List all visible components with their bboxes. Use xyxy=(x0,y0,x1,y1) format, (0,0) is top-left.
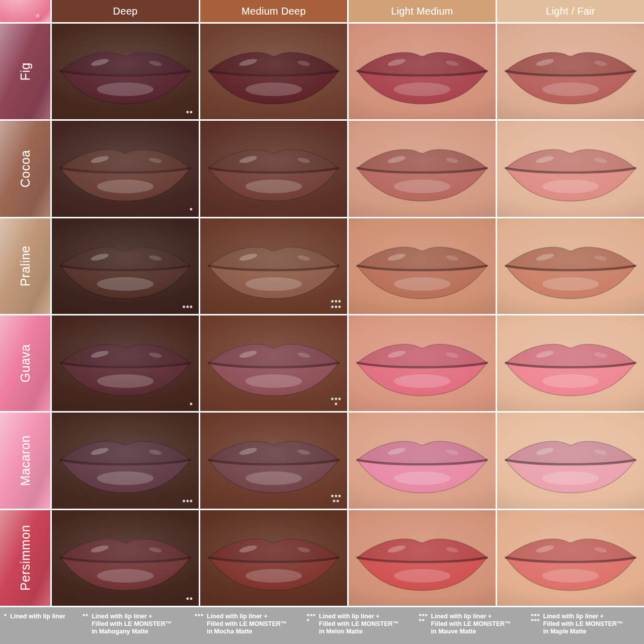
legend-item: *** *Lined with lip liner + Filled with … xyxy=(307,613,417,635)
lip-shade-swatch-chart: DeepMedium DeepLight MediumLight / FairF… xyxy=(0,0,644,644)
lip-swatch-photo xyxy=(497,218,644,314)
lip-swatch-photo xyxy=(200,510,347,606)
application-note-marker: *** xyxy=(183,305,193,310)
column-header-deep: Deep xyxy=(52,0,199,22)
legend-marker: *** xyxy=(195,613,204,635)
shade-name-label: Macaron xyxy=(18,435,33,486)
legend-text: Lined with lip liner + Filled with LE MO… xyxy=(319,613,399,635)
lip-swatch-photo xyxy=(52,121,199,216)
swatch-cell-fig-deep: ** xyxy=(52,24,199,119)
shade-name-label: Fig xyxy=(18,62,33,80)
legend-marker: *** ** xyxy=(419,613,428,635)
application-note-marker: ** xyxy=(186,597,193,602)
lip-swatch-photo xyxy=(349,510,496,606)
column-header-label: Deep xyxy=(113,6,137,17)
lip-swatch-photo xyxy=(52,218,199,314)
gloss-droplet-small-icon xyxy=(35,14,42,20)
legend-footer: *Lined with lip liner**Lined with lip li… xyxy=(0,607,644,644)
legend-item: ***Lined with lip liner + Filled with LE… xyxy=(195,613,305,635)
brand-corner-cell xyxy=(0,0,50,22)
legend-item: *** **Lined with lip liner + Filled with… xyxy=(419,613,529,635)
row-label-macaron: Macaron xyxy=(0,413,50,508)
lip-swatch-photo xyxy=(200,315,347,411)
swatch-cell-fig-light-fair xyxy=(497,24,644,119)
column-header-label: Light Medium xyxy=(391,6,453,17)
lip-swatch-photo xyxy=(497,24,644,119)
legend-marker: *** * xyxy=(307,613,316,635)
row-label-praline: Praline xyxy=(0,218,50,314)
swatch-cell-praline-medium-deep: *** *** xyxy=(200,218,347,314)
lip-swatch-photo xyxy=(497,413,644,508)
swatch-cell-cocoa-medium-deep xyxy=(200,121,347,216)
swatch-cell-praline-deep: *** xyxy=(52,218,199,314)
shade-name-label: Cocoa xyxy=(18,150,33,188)
swatch-cell-macaron-light-medium xyxy=(349,413,496,508)
legend-item: *** ***Lined with lip liner + Filled wit… xyxy=(531,613,641,635)
lip-swatch-photo xyxy=(200,24,347,119)
lip-swatch-photo xyxy=(200,121,347,216)
lip-swatch-photo xyxy=(349,315,496,411)
legend-marker: ** xyxy=(83,613,89,635)
lip-swatch-photo xyxy=(497,510,644,606)
swatch-cell-guava-medium-deep: *** * xyxy=(200,315,347,411)
swatch-cell-praline-light-fair xyxy=(497,218,644,314)
lip-swatch-photo xyxy=(349,24,496,119)
legend-text: Lined with lip liner + Filled with LE MO… xyxy=(543,613,623,635)
row-label-persimmon: Persimmon xyxy=(0,510,50,606)
lip-swatch-photo xyxy=(200,413,347,508)
swatch-cell-macaron-light-fair xyxy=(497,413,644,508)
legend-text: Lined with lip liner + Filled with LE MO… xyxy=(207,613,287,635)
application-note-marker: * xyxy=(190,208,193,213)
gloss-droplet-icon xyxy=(0,0,50,22)
legend-text: Lined with lip liner + Filled with LE MO… xyxy=(92,613,172,635)
legend-text: Lined with lip liner + Filled with LE MO… xyxy=(431,613,511,635)
column-header-label: Light / Fair xyxy=(546,6,595,17)
row-label-fig: Fig xyxy=(0,24,50,119)
lip-swatch-photo xyxy=(200,218,347,314)
application-note-marker: *** ** xyxy=(331,495,342,505)
legend-text: Lined with lip liner xyxy=(10,613,65,620)
shade-name-label: Praline xyxy=(18,246,33,286)
lip-swatch-photo xyxy=(349,413,496,508)
swatch-cell-cocoa-deep: * xyxy=(52,121,199,216)
application-note-marker: *** xyxy=(183,500,193,505)
swatch-cell-macaron-deep: *** xyxy=(52,413,199,508)
lip-swatch-photo xyxy=(349,121,496,216)
lip-swatch-photo xyxy=(52,24,199,119)
row-label-cocoa: Cocoa xyxy=(0,121,50,216)
column-header-light-fair: Light / Fair xyxy=(497,0,644,22)
legend-item: **Lined with lip liner + Filled with LE … xyxy=(83,613,193,635)
swatch-cell-macaron-medium-deep: *** ** xyxy=(200,413,347,508)
row-label-guava: Guava xyxy=(0,315,50,411)
column-header-light-medium: Light Medium xyxy=(349,0,496,22)
shade-name-label: Guava xyxy=(18,344,33,382)
application-note-marker: *** * xyxy=(331,397,342,408)
swatch-cell-guava-light-medium xyxy=(349,315,496,411)
swatch-cell-fig-light-medium xyxy=(349,24,496,119)
swatch-grid: DeepMedium DeepLight MediumLight / FairF… xyxy=(0,0,644,606)
swatch-cell-guava-light-fair xyxy=(497,315,644,411)
lip-swatch-photo xyxy=(52,510,199,606)
swatch-cell-guava-deep: * xyxy=(52,315,199,411)
column-header-medium-deep: Medium Deep xyxy=(200,0,347,22)
lip-swatch-photo xyxy=(52,413,199,508)
swatch-cell-cocoa-light-fair xyxy=(497,121,644,216)
lip-swatch-photo xyxy=(497,121,644,216)
swatch-cell-persimmon-light-fair xyxy=(497,510,644,606)
shade-name-label: Persimmon xyxy=(18,525,33,591)
legend-marker: * xyxy=(4,613,7,620)
swatch-cell-fig-medium-deep xyxy=(200,24,347,119)
column-header-label: Medium Deep xyxy=(242,6,306,17)
lip-swatch-photo xyxy=(497,315,644,411)
legend-item: *Lined with lip liner xyxy=(4,613,80,620)
swatch-cell-persimmon-light-medium xyxy=(349,510,496,606)
swatch-cell-persimmon-deep: ** xyxy=(52,510,199,606)
swatch-cell-persimmon-medium-deep xyxy=(200,510,347,606)
application-note-marker: *** *** xyxy=(331,300,342,310)
application-note-marker: * xyxy=(190,403,193,408)
lip-swatch-photo xyxy=(349,218,496,314)
lip-swatch-photo xyxy=(52,315,199,411)
legend-marker: *** *** xyxy=(531,613,540,635)
application-note-marker: ** xyxy=(186,111,193,116)
swatch-cell-cocoa-light-medium xyxy=(349,121,496,216)
